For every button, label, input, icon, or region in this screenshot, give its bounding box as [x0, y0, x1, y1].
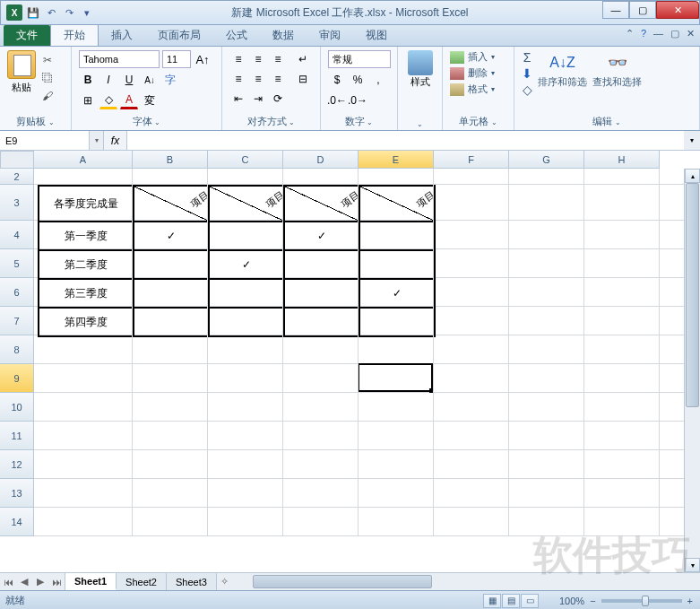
delete-cells-button[interactable]: 删除▾	[450, 66, 506, 80]
phonetic-icon[interactable]: 字	[161, 71, 179, 89]
cells-area[interactable]: 各季度完成量项目项目项目项目第一季度✓✓第二季度✓第三季度✓第四季度	[34, 169, 700, 572]
fx-button[interactable]: fx	[104, 131, 127, 150]
align-bottom-icon[interactable]: ≡	[269, 50, 287, 68]
undo-icon[interactable]: ↶	[44, 5, 58, 20]
cell-styles-button[interactable]: 样式	[405, 50, 435, 89]
find-select-button[interactable]: 👓 查找和选择	[592, 50, 642, 97]
row-header-9[interactable]: 9	[0, 364, 34, 393]
underline-button[interactable]: U	[120, 71, 138, 89]
align-center-icon[interactable]: ≡	[249, 70, 267, 88]
tab-insert[interactable]: 插入	[99, 25, 145, 46]
tab-formulas[interactable]: 公式	[213, 25, 260, 46]
row-header-11[interactable]: 11	[0, 422, 34, 450]
wrap-text-icon[interactable]: ↵	[294, 50, 312, 68]
minimize-button[interactable]: —	[602, 1, 629, 19]
sheet-prev-icon[interactable]: ◀	[16, 573, 32, 590]
currency-icon[interactable]: $	[328, 71, 346, 89]
doc-minimize-icon[interactable]: —	[653, 28, 663, 39]
doc-restore-icon[interactable]: ▢	[670, 28, 679, 39]
increase-decimal-icon[interactable]: .0←	[328, 91, 346, 109]
name-box-dropdown-icon[interactable]: ▾	[90, 131, 104, 150]
grow-font-icon[interactable]: A↑	[194, 50, 212, 68]
borders-icon[interactable]: ⊞	[79, 91, 97, 109]
tab-home[interactable]: 开始	[50, 24, 99, 46]
cut-icon[interactable]: ✂	[39, 52, 56, 68]
align-top-icon[interactable]: ≡	[229, 50, 247, 68]
column-header-G[interactable]: G	[509, 151, 584, 169]
tab-review[interactable]: 审阅	[307, 25, 353, 46]
font-size-select[interactable]	[162, 50, 191, 68]
column-header-E[interactable]: E	[359, 151, 434, 169]
row-header-13[interactable]: 13	[0, 479, 34, 508]
save-icon[interactable]: 💾	[26, 5, 40, 20]
row-header-7[interactable]: 7	[0, 307, 34, 335]
font-name-select[interactable]	[79, 50, 160, 68]
sheet-first-icon[interactable]: ⏮	[0, 573, 16, 590]
hscroll-thumb[interactable]	[253, 575, 432, 588]
tab-layout[interactable]: 页面布局	[145, 25, 213, 46]
decrease-decimal-icon[interactable]: .0→	[349, 91, 367, 109]
name-box[interactable]: E9	[0, 131, 90, 150]
redo-icon[interactable]: ↷	[62, 5, 76, 20]
percent-icon[interactable]: %	[349, 71, 367, 89]
zoom-in-icon[interactable]: +	[687, 596, 693, 606]
clear-icon[interactable]: ◇	[523, 83, 532, 97]
close-button[interactable]: ✕	[656, 1, 699, 19]
scroll-down-icon[interactable]: ▾	[685, 558, 700, 572]
sheet-tab-sheet2[interactable]: Sheet2	[117, 573, 167, 590]
number-format-select[interactable]	[328, 50, 391, 68]
zoom-level[interactable]: 100%	[559, 596, 584, 606]
sheet-tab-sheet1[interactable]: Sheet1	[65, 573, 117, 590]
row-header-14[interactable]: 14	[0, 508, 34, 536]
normal-view-icon[interactable]: ▦	[483, 594, 501, 608]
horizontal-scrollbar[interactable]	[251, 573, 700, 590]
row-header-3[interactable]: 3	[0, 185, 34, 221]
formula-input[interactable]	[127, 131, 684, 150]
sort-filter-button[interactable]: A↓Z 排序和筛选	[538, 50, 587, 97]
new-sheet-icon[interactable]: ✧	[217, 573, 233, 590]
bold-button[interactable]: B	[79, 71, 97, 89]
select-all-corner[interactable]	[0, 151, 34, 169]
align-middle-icon[interactable]: ≡	[249, 50, 267, 68]
copy-icon[interactable]: ⿻	[39, 70, 56, 86]
sheet-next-icon[interactable]: ▶	[32, 573, 48, 590]
font-color-icon[interactable]: A	[120, 91, 138, 109]
qat-dropdown-icon[interactable]: ▾	[80, 5, 94, 20]
column-header-F[interactable]: F	[434, 151, 509, 169]
scroll-thumb[interactable]	[686, 183, 699, 407]
increase-indent-icon[interactable]: ⇥	[249, 90, 267, 108]
row-header-2[interactable]: 2	[0, 169, 34, 185]
row-header-4[interactable]: 4	[0, 221, 34, 249]
shrink-font-icon[interactable]: A↓	[141, 71, 159, 89]
sheet-tab-sheet3[interactable]: Sheet3	[167, 573, 217, 590]
column-header-B[interactable]: B	[133, 151, 208, 169]
format-cells-button[interactable]: 格式▾	[450, 83, 506, 96]
column-header-H[interactable]: H	[584, 151, 660, 169]
italic-button[interactable]: I	[99, 71, 117, 89]
maximize-button[interactable]: ▢	[629, 1, 656, 19]
column-header-D[interactable]: D	[283, 151, 359, 169]
sheet-last-icon[interactable]: ⏭	[48, 573, 65, 590]
align-right-icon[interactable]: ≡	[269, 70, 287, 88]
vertical-scrollbar[interactable]: ▴ ▾	[684, 169, 700, 572]
zoom-slider[interactable]	[601, 599, 682, 603]
page-layout-view-icon[interactable]: ▤	[502, 594, 520, 608]
row-header-6[interactable]: 6	[0, 278, 34, 307]
formula-bar-expand-icon[interactable]: ▾	[684, 131, 700, 150]
row-header-5[interactable]: 5	[0, 249, 34, 278]
file-tab[interactable]: 文件	[4, 25, 50, 46]
page-break-view-icon[interactable]: ▭	[521, 594, 539, 608]
row-header-8[interactable]: 8	[0, 335, 34, 364]
row-header-12[interactable]: 12	[0, 450, 34, 479]
tab-view[interactable]: 视图	[353, 25, 400, 46]
column-header-C[interactable]: C	[208, 151, 283, 169]
doc-close-icon[interactable]: ✕	[687, 28, 695, 39]
decrease-indent-icon[interactable]: ⇤	[229, 90, 247, 108]
fill-color-icon[interactable]: ◇	[99, 91, 117, 109]
ruby-icon[interactable]: 変	[141, 91, 159, 109]
zoom-out-icon[interactable]: −	[590, 596, 595, 606]
comma-icon[interactable]: ,	[369, 71, 387, 89]
minimize-ribbon-icon[interactable]: ⌃	[626, 28, 634, 39]
merge-icon[interactable]: ⊟	[294, 70, 312, 88]
align-left-icon[interactable]: ≡	[229, 70, 247, 88]
